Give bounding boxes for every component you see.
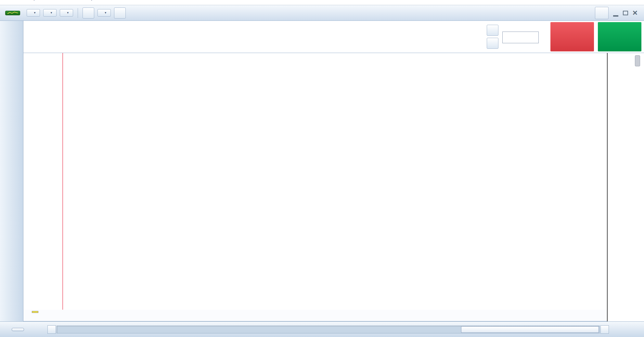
toolbar-separator	[78, 8, 78, 18]
horizontal-scrollbar	[47, 325, 609, 334]
scroll-track[interactable]	[57, 326, 600, 333]
timeframe-dropdown[interactable]: ▼	[43, 9, 57, 17]
chart-panels	[23, 53, 607, 310]
chevron-down-icon: ▼	[67, 11, 69, 14]
chevron-down-icon: ▼	[90, 0, 93, 1]
minimize-button[interactable]	[613, 15, 618, 17]
order-calculator-button[interactable]	[487, 38, 498, 49]
demo-badge	[5, 11, 20, 15]
chevron-down-icon: ▼	[33, 11, 36, 14]
indicator-chart-icon[interactable]	[83, 7, 94, 19]
demo-sparkline-icon	[7, 12, 18, 14]
bottom-toolbar	[0, 321, 644, 337]
order-settings-button[interactable]	[487, 25, 498, 36]
refresh-button[interactable]	[595, 7, 609, 19]
info-button[interactable]	[114, 7, 126, 19]
menu-trier[interactable]: ▼	[31, 0, 35, 1]
prorealtime-window: ▼ ▼ ▼ ▼ ▼ ▼ ×	[0, 0, 644, 337]
window-controls: ×	[595, 7, 638, 19]
buy-market-button[interactable]	[598, 22, 641, 51]
price-axis[interactable]	[607, 53, 644, 321]
sell-market-button[interactable]	[550, 22, 594, 51]
qty-input[interactable]	[502, 32, 539, 43]
cursor-date-label	[32, 311, 38, 313]
scroll-thumb[interactable]	[461, 326, 599, 333]
order-entry-cluster	[487, 22, 641, 51]
drawing-toolbar	[0, 21, 23, 321]
axis-scrollbar[interactable]	[635, 55, 640, 66]
maximize-button[interactable]	[623, 11, 628, 15]
chevron-down-icon: ▼	[33, 0, 35, 1]
close-button[interactable]: ×	[633, 9, 638, 16]
crosshair-line	[62, 53, 63, 310]
indicators-dropdown[interactable]: ▼	[97, 9, 111, 17]
background-window-menu: ▼ ▼	[0, 0, 644, 5]
main-toolbar: ▼ ▼ ▼ ▼ ×	[0, 5, 644, 21]
chevron-down-icon: ▼	[104, 11, 107, 14]
instrument-dropdown[interactable]: ▼	[27, 9, 40, 17]
analyser-button[interactable]	[12, 328, 24, 331]
order-tools	[487, 25, 498, 49]
time-axis[interactable]	[23, 310, 607, 321]
scroll-right-button[interactable]	[600, 325, 609, 334]
chevron-down-icon: ▼	[50, 11, 53, 14]
units-dropdown[interactable]: ▼	[60, 9, 73, 17]
account-bar	[23, 21, 644, 53]
scroll-left-button[interactable]	[47, 325, 56, 334]
quantity-field	[502, 31, 539, 43]
menu-afficher[interactable]: ▼	[88, 0, 93, 1]
